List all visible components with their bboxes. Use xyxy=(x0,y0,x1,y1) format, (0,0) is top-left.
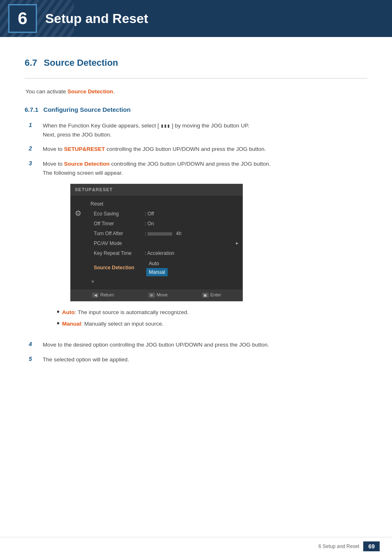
menu-item-pc-av-mode: PC/AV Mode ► xyxy=(87,238,242,248)
step-1-content: When the Function Key Guide appears, sel… xyxy=(43,121,249,139)
chapter-number: 6 xyxy=(18,9,27,28)
footer-enter-label: Enter xyxy=(210,291,221,299)
chapter-title: Setup and Reset xyxy=(45,11,148,26)
menu-footer: ◀ Return ⊕ Move ▣ Enter xyxy=(71,289,242,301)
menu-item-reset: Reset xyxy=(87,199,242,209)
bullet-manual: • Manual: Manually select an input sourc… xyxy=(57,319,271,328)
submenu-options: Auto Manual xyxy=(146,259,167,276)
chapter-number-box: 6 xyxy=(8,4,37,33)
step-5: 5 The selected option will be applied. xyxy=(29,355,367,364)
bullet-manual-label: Manual xyxy=(62,321,81,327)
step-5-content: The selected option will be applied. xyxy=(43,355,129,364)
step-3: 3 Move to Source Detection controlling t… xyxy=(29,160,367,335)
return-icon: ◀ xyxy=(92,293,99,298)
subsection-number: 6.7.1 xyxy=(25,106,38,113)
step-3-number: 3 xyxy=(29,160,35,166)
menu-body: ⚙ Reset Eco Saving : Off xyxy=(71,196,242,290)
footer-section-text: 6 Setup and Reset xyxy=(318,543,359,549)
scroll-indicator: ▼ xyxy=(87,278,242,287)
subsection-title: Configuring Source Detection xyxy=(43,106,131,113)
step-2: 2 Move to SETUP&RESET controlling the JO… xyxy=(29,145,367,154)
menu-header-label: SETUP&RESET xyxy=(71,184,242,196)
menu-screenshot: SETUP&RESET ⚙ Reset Eco Saving xyxy=(70,184,243,301)
steps-container: 1 When the Function Key Guide appears, s… xyxy=(29,121,367,364)
step-2-number: 2 xyxy=(29,145,35,152)
step-4-number: 4 xyxy=(29,340,35,347)
divider xyxy=(25,78,367,79)
menu-item-eco-saving: Eco Saving : Off xyxy=(87,209,242,219)
menu-item-source-detection: Source Detection Auto Manual xyxy=(87,258,242,278)
section-number: 6.7 xyxy=(25,58,37,68)
source-detection-step3-label: Source Detection xyxy=(64,161,110,167)
menu-item-key-repeat: Key Repeat Time : Acceleration xyxy=(87,248,242,258)
footer-move-label: Move xyxy=(157,291,168,299)
move-icon: ⊕ xyxy=(148,293,155,298)
page-footer: 6 Setup and Reset 69 xyxy=(0,537,392,555)
intro-highlight: Source Detection xyxy=(67,88,113,95)
footer-return-label: Return xyxy=(100,291,114,299)
menu-item-turn-off-after: Turn Off After : 4h xyxy=(87,229,242,238)
bullet-auto-label: Auto xyxy=(62,309,75,315)
submenu-auto: Auto xyxy=(146,259,167,268)
step-3-content: Move to Source Detection controlling the… xyxy=(43,160,271,335)
bullet-auto: • Auto: The input source is automaticall… xyxy=(57,308,271,317)
submenu-manual: Manual xyxy=(146,268,167,276)
bullet-auto-text: : The input source is automatically reco… xyxy=(75,309,189,315)
step-4-content: Move to the desired option controlling t… xyxy=(43,340,269,349)
arrow-right-icon: ► xyxy=(235,240,239,246)
section-title: Source Detection xyxy=(44,58,118,68)
section-heading: 6.7 Source Detection xyxy=(25,58,367,68)
step-1-number: 1 xyxy=(29,121,35,128)
footer-page-number: 69 xyxy=(363,541,380,551)
bullet-manual-text: : Manually select an input source. xyxy=(81,321,164,327)
menu-item-off-timer: Off Timer : On xyxy=(87,219,242,229)
step-4: 4 Move to the desired option controlling… xyxy=(29,340,367,349)
intro-paragraph: You can activate Source Detection. xyxy=(25,88,367,95)
footer-enter: ▣ Enter xyxy=(202,291,221,299)
subsection-heading: 6.7.1 Configuring Source Detection xyxy=(25,106,367,113)
step-2-content: Move to SETUP&RESET controlling the JOG … xyxy=(43,145,266,154)
step-1: 1 When the Function Key Guide appears, s… xyxy=(29,121,367,139)
main-content: 6.7 Source Detection You can activate So… xyxy=(0,37,392,402)
menu-left-panel: ⚙ xyxy=(71,197,87,288)
intro-text-after: . xyxy=(113,88,115,95)
gear-icon: ⚙ xyxy=(75,210,83,218)
menu-items-list: Reset Eco Saving : Off Off Timer : On xyxy=(87,197,242,288)
step-5-number: 5 xyxy=(29,355,35,362)
setup-reset-label: SETUP&RESET xyxy=(64,146,105,152)
footer-return: ◀ Return xyxy=(92,291,114,299)
enter-icon: ▣ xyxy=(202,293,209,298)
footer-move: ⊕ Move xyxy=(148,291,168,299)
intro-text-before: You can activate xyxy=(25,88,66,95)
timer-bar xyxy=(148,232,172,236)
bullet-list: • Auto: The input source is automaticall… xyxy=(57,308,271,328)
chapter-header: 6 Setup and Reset xyxy=(0,0,392,37)
